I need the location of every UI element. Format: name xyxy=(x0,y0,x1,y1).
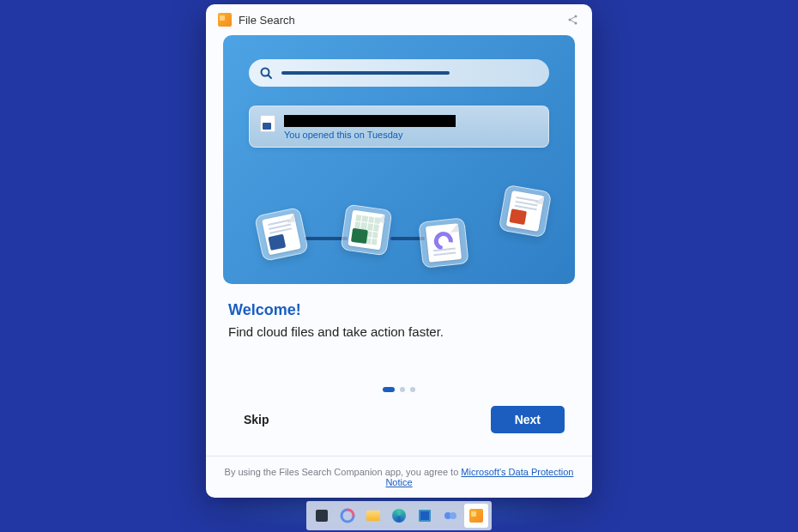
hero-illustration: You opened this on Tuesday xyxy=(223,35,575,284)
taskbar-file-search-icon[interactable] xyxy=(464,504,488,528)
window-title: File Search xyxy=(239,14,295,27)
pagination-dots xyxy=(228,387,570,392)
excel-file-tile xyxy=(341,204,393,257)
app-icon xyxy=(218,13,232,27)
powerpoint-file-tile xyxy=(499,184,553,239)
svg-line-6 xyxy=(269,76,272,79)
welcome-subtitle: Find cloud files and take action faster. xyxy=(228,324,570,339)
taskbar-store-icon[interactable] xyxy=(413,504,437,528)
loop-file-tile xyxy=(418,217,469,268)
word-file-tile xyxy=(254,207,309,262)
taskbar-edge-icon[interactable] xyxy=(387,504,411,528)
svg-line-4 xyxy=(571,21,575,23)
opened-on-label: You opened this on Tuesday xyxy=(284,130,538,140)
hero-result-text: You opened this on Tuesday xyxy=(284,115,538,140)
hero-search-bar xyxy=(249,59,549,87)
skip-button[interactable]: Skip xyxy=(233,406,280,433)
pagination-dot[interactable] xyxy=(410,387,415,392)
next-button[interactable]: Next xyxy=(491,406,565,433)
taskbar-explorer-icon[interactable] xyxy=(361,504,385,528)
taskbar xyxy=(306,501,492,530)
taskbar-app-icon[interactable] xyxy=(310,504,334,528)
taskbar-copilot-icon[interactable] xyxy=(336,504,360,528)
file-search-window: File Search You opened this on Tuesday xyxy=(206,4,592,498)
redacted-filename xyxy=(284,115,456,127)
hero-file-tiles xyxy=(253,190,553,267)
footer-notice: By using the Files Search Companion app,… xyxy=(206,456,592,498)
content-area: Welcome! Find cloud files and take actio… xyxy=(206,284,592,456)
pagination-dot[interactable] xyxy=(383,387,395,392)
hero-search-line xyxy=(281,71,450,75)
share-icon[interactable] xyxy=(566,13,580,27)
button-row: Skip Next xyxy=(228,406,570,447)
svg-point-8 xyxy=(450,512,456,519)
footer-text: By using the Files Search Companion app,… xyxy=(225,467,462,477)
svg-line-3 xyxy=(571,17,575,20)
titlebar: File Search xyxy=(206,4,592,35)
pagination-dot[interactable] xyxy=(400,387,405,392)
welcome-heading: Welcome! xyxy=(228,301,570,319)
hero-result-card: You opened this on Tuesday xyxy=(249,106,549,148)
taskbar-app-icon[interactable] xyxy=(438,504,462,528)
search-icon xyxy=(259,66,273,80)
word-doc-icon xyxy=(260,115,275,132)
